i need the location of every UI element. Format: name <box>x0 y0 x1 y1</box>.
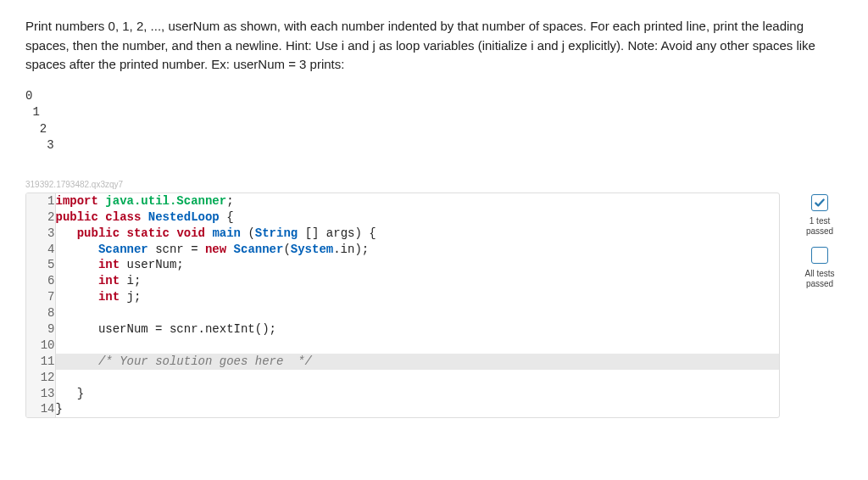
line-number: 6 <box>26 273 55 289</box>
code-row: 12 <box>26 370 779 386</box>
code-line[interactable]: int j; <box>55 289 779 305</box>
code-line[interactable]: } <box>55 401 779 417</box>
code-line[interactable]: int i; <box>55 273 779 289</box>
code-row: 5 int userNum; <box>26 257 779 273</box>
code-row: 10 <box>26 338 779 354</box>
code-line[interactable]: int userNum; <box>55 257 779 273</box>
code-row: 14} <box>26 401 779 417</box>
checkmark-icon <box>811 194 828 211</box>
code-line[interactable] <box>55 338 779 354</box>
code-line[interactable]: public class NestedLoop { <box>55 209 779 226</box>
line-number: 5 <box>26 257 55 273</box>
line-number: 4 <box>26 242 55 258</box>
line-number: 3 <box>26 226 55 242</box>
line-number: 2 <box>26 209 55 226</box>
code-row: 8 <box>26 305 779 321</box>
code-line[interactable]: } <box>55 386 779 402</box>
status-2-label: All tests passed <box>797 269 843 289</box>
code-line[interactable] <box>55 370 779 386</box>
checkbox-empty-icon <box>811 247 828 264</box>
line-number: 14 <box>26 401 55 417</box>
line-number: 7 <box>26 289 55 305</box>
code-row: 7 int j; <box>26 289 779 305</box>
test-status-sidebar: 1 test passed All tests passed <box>797 193 843 294</box>
code-line[interactable]: import java.util.Scanner; <box>55 193 779 209</box>
code-row: 1import java.util.Scanner; <box>26 193 779 209</box>
code-line[interactable]: public static void main (String [] args)… <box>55 226 779 242</box>
editor-row: 1import java.util.Scanner;2public class … <box>25 193 843 418</box>
code-row: 6 int i; <box>26 273 779 289</box>
line-number: 8 <box>26 305 55 321</box>
line-number: 1 <box>26 193 55 209</box>
line-number: 12 <box>26 370 55 386</box>
code-row: 13 } <box>26 386 779 402</box>
tracking-id: 319392.1793482.qx3zqy7 <box>25 180 843 189</box>
code-line[interactable] <box>55 305 779 321</box>
code-row: 9 userNum = scnr.nextInt(); <box>26 321 779 338</box>
line-number: 13 <box>26 386 55 402</box>
problem-description: Print numbers 0, 1, 2, ..., userNum as s… <box>25 17 843 75</box>
code-row: 11 /* Your solution goes here */ <box>26 354 779 370</box>
code-editor[interactable]: 1import java.util.Scanner;2public class … <box>25 193 780 418</box>
code-row: 3 public static void main (String [] arg… <box>26 226 779 242</box>
line-number: 9 <box>26 321 55 338</box>
code-row: 4 Scanner scnr = new Scanner(System.in); <box>26 242 779 258</box>
code-line[interactable]: userNum = scnr.nextInt(); <box>55 321 779 338</box>
line-number: 11 <box>26 354 55 370</box>
example-output: 0 1 2 3 <box>25 88 843 154</box>
line-number: 10 <box>26 338 55 354</box>
code-line[interactable]: Scanner scnr = new Scanner(System.in); <box>55 242 779 258</box>
code-line[interactable]: /* Your solution goes here */ <box>55 354 779 370</box>
status-1-label: 1 test passed <box>797 216 843 237</box>
code-row: 2public class NestedLoop { <box>26 209 779 226</box>
